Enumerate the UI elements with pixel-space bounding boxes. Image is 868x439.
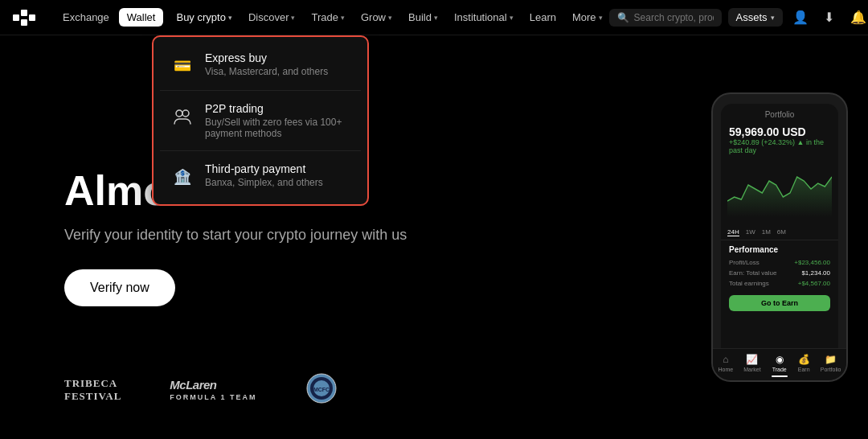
portfolio-icon: 📁 bbox=[825, 354, 837, 365]
home-label: Home bbox=[721, 367, 733, 371]
pl-value: +$23,456.00 bbox=[794, 259, 830, 266]
express-buy-title: Express buy bbox=[205, 51, 328, 64]
bank-icon: 🏦 bbox=[170, 164, 195, 190]
search-bar[interactable]: 🔍 bbox=[609, 9, 722, 27]
search-input[interactable] bbox=[634, 12, 714, 23]
express-buy-icon: 💳 bbox=[170, 53, 195, 79]
menu-trade[interactable]: Trade ▾ bbox=[305, 8, 350, 27]
manchester-city-logo: MCFC bbox=[305, 372, 338, 407]
trade-label: Trade bbox=[772, 367, 787, 371]
phone-nav-portfolio[interactable]: 📁 Portfolio bbox=[821, 354, 838, 371]
dropdown-item-express-buy[interactable]: 💳 Express buy Visa, Mastercard, and othe… bbox=[160, 43, 361, 87]
earn-value: $1,234.00 bbox=[801, 269, 830, 277]
chevron-down-icon: ▾ bbox=[291, 14, 295, 22]
earn-nav-label: Earn bbox=[798, 367, 810, 371]
chart-tab-1w[interactable]: 1W bbox=[746, 228, 755, 236]
menu-build[interactable]: Build ▾ bbox=[402, 8, 444, 27]
p2p-icon bbox=[170, 104, 195, 129]
svg-rect-2 bbox=[21, 19, 27, 26]
dropdown-item-p2p[interactable]: P2P trading Buy/Sell with zero fees via … bbox=[160, 94, 361, 147]
phone-section: Portfolio 59,969.00 USD +$240.89 (+24.32… bbox=[707, 35, 868, 439]
phone-balance-change: +$240.89 (+24.32%) ▲ in the past day bbox=[729, 138, 830, 154]
earn-label: Earn: Total value bbox=[729, 269, 776, 277]
chart-tab-24h[interactable]: 24H bbox=[727, 228, 739, 236]
phone-perf-title: Performance bbox=[729, 245, 830, 254]
phone-screen: Portfolio 59,969.00 USD +$240.89 (+24.32… bbox=[721, 104, 838, 371]
chart-tab-1m[interactable]: 1M bbox=[762, 228, 771, 236]
svg-text:MCFC: MCFC bbox=[313, 387, 329, 392]
mclaren-logo: McLaren FORMULA 1 TEAM bbox=[170, 378, 256, 401]
tribeca-logo: TRIBECA FESTIVAL bbox=[64, 377, 121, 402]
dropdown-divider bbox=[160, 90, 361, 91]
dropdown-divider-2 bbox=[160, 150, 361, 151]
chevron-down-icon: ▾ bbox=[510, 14, 514, 22]
bell-icon[interactable]: 🔔 bbox=[847, 6, 868, 29]
svg-point-4 bbox=[176, 110, 182, 117]
chevron-down-icon: ▾ bbox=[388, 14, 392, 22]
chevron-down-icon: ▾ bbox=[341, 14, 345, 22]
svg-rect-3 bbox=[29, 14, 35, 21]
verify-now-button[interactable]: Verify now bbox=[64, 269, 175, 306]
menu-buy-crypto[interactable]: Buy crypto ▾ bbox=[170, 8, 238, 27]
phone-portfolio-header: Portfolio bbox=[721, 104, 838, 122]
phone-perf-row-total: Total earnings +$4,567.00 bbox=[729, 280, 830, 287]
phone-balance: 59,969.00 USD +$240.89 (+24.32%) ▲ in th… bbox=[721, 122, 838, 161]
tab-wallet[interactable]: Wallet bbox=[119, 8, 164, 27]
chevron-down-icon: ▾ bbox=[771, 14, 775, 22]
chevron-down-icon: ▾ bbox=[228, 14, 232, 22]
download-icon[interactable]: ⬇ bbox=[818, 6, 841, 29]
phone-nav-trade[interactable]: ◉ Trade bbox=[772, 354, 788, 371]
okx-logo[interactable] bbox=[13, 10, 42, 26]
hero-subtitle: Verify your identity to start your crypt… bbox=[64, 227, 643, 244]
home-icon: ⌂ bbox=[723, 354, 728, 365]
menu-learn[interactable]: Learn bbox=[523, 8, 563, 27]
total-value: +$4,567.00 bbox=[798, 280, 830, 287]
buy-crypto-dropdown: 💳 Express buy Visa, Mastercard, and othe… bbox=[152, 35, 369, 206]
phone-balance-amount: 59,969.00 USD bbox=[729, 125, 830, 138]
svg-point-5 bbox=[182, 110, 189, 117]
nav-tabs: Exchange Wallet bbox=[55, 8, 163, 27]
market-label: Market bbox=[743, 367, 760, 371]
pl-label: Profit/Loss bbox=[729, 259, 760, 266]
trade-icon: ◉ bbox=[776, 354, 784, 365]
portfolio-label: Portfolio bbox=[821, 367, 838, 371]
svg-rect-1 bbox=[21, 10, 27, 16]
phone-perf-row-earn: Earn: Total value $1,234.00 bbox=[729, 269, 830, 277]
phone-nav-home[interactable]: ⌂ Home bbox=[721, 354, 733, 371]
menu-more[interactable]: More ▾ bbox=[566, 8, 609, 27]
navbar-right: 🔍 Assets ▾ 👤 ⬇ 🔔 ❓ 🌐 bbox=[609, 6, 868, 29]
main-content: Almost there Verify your identity to sta… bbox=[0, 35, 868, 439]
phone-nav-earn[interactable]: 💰 Earn bbox=[798, 354, 810, 371]
chart-tab-6m[interactable]: 6M bbox=[777, 228, 786, 236]
menu-discover[interactable]: Discover ▾ bbox=[242, 8, 302, 27]
phone-nav-market[interactable]: 📈 Market bbox=[743, 354, 760, 371]
p2p-title: P2P trading bbox=[205, 102, 351, 115]
tab-exchange[interactable]: Exchange bbox=[55, 8, 117, 27]
chevron-down-icon: ▾ bbox=[434, 14, 438, 22]
partners-section: TRIBECA FESTIVAL McLaren FORMULA 1 TEAM … bbox=[64, 372, 338, 407]
third-party-desc: Banxa, Simplex, and others bbox=[205, 177, 323, 188]
user-icon[interactable]: 👤 bbox=[789, 6, 812, 29]
phone-chart bbox=[721, 161, 838, 225]
dropdown-item-third-party[interactable]: 🏦 Third-party payment Banxa, Simplex, an… bbox=[160, 154, 361, 198]
third-party-title: Third-party payment bbox=[205, 162, 323, 175]
p2p-desc: Buy/Sell with zero fees via 100+ payment… bbox=[205, 117, 351, 139]
menu-grow[interactable]: Grow ▾ bbox=[354, 8, 399, 27]
phone-chart-tabs: 24H 1W 1M 6M bbox=[721, 225, 838, 240]
svg-rect-0 bbox=[13, 14, 19, 21]
phone-performance: Performance Profit/Loss +$23,456.00 Earn… bbox=[721, 240, 838, 316]
search-icon: 🔍 bbox=[617, 12, 629, 23]
market-icon: 📈 bbox=[746, 354, 758, 365]
menu-institutional[interactable]: Institutional ▾ bbox=[448, 8, 520, 27]
earn-icon: 💰 bbox=[798, 354, 810, 365]
navbar: Exchange Wallet Buy crypto ▾ Discover ▾ … bbox=[0, 0, 868, 35]
phone-mockup: Portfolio 59,969.00 USD +$240.89 (+24.32… bbox=[711, 92, 848, 382]
chevron-down-icon: ▾ bbox=[599, 14, 603, 22]
nav-menu: Buy crypto ▾ Discover ▾ Trade ▾ Grow ▾ B… bbox=[170, 8, 608, 27]
phone-bottom-nav: ⌂ Home 📈 Market ◉ Trade 💰 Earn bbox=[721, 348, 838, 371]
total-label: Total earnings bbox=[729, 280, 769, 287]
express-buy-desc: Visa, Mastercard, and others bbox=[205, 66, 328, 77]
go-to-earn-button[interactable]: Go to Earn bbox=[729, 295, 830, 311]
assets-button[interactable]: Assets ▾ bbox=[728, 8, 783, 27]
phone-perf-row-pl: Profit/Loss +$23,456.00 bbox=[729, 259, 830, 266]
